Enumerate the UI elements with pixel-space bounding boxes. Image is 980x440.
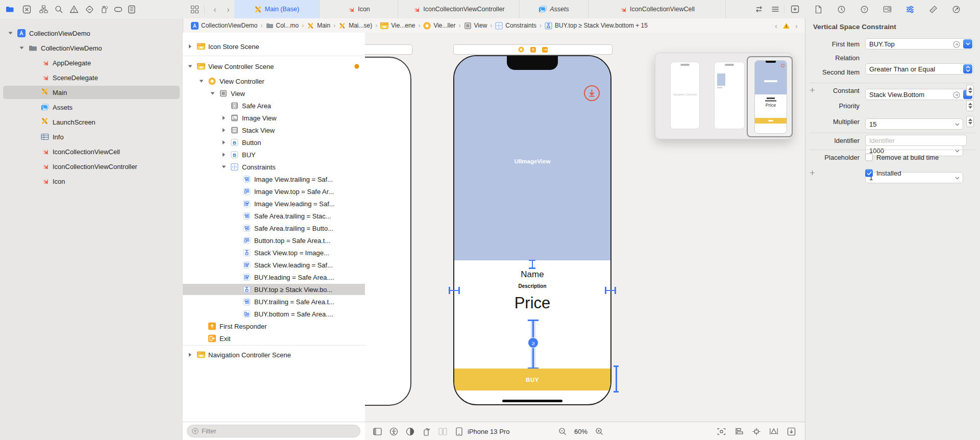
outline-constraint[interactable]: Image View.top = Safe Ar... [183,186,365,197]
dropdown-chevron-icon[interactable] [963,39,972,48]
disclosure-chevron[interactable] [200,80,204,83]
next-issue-icon[interactable]: › [795,22,798,30]
storyboard-canvas[interactable]: UIImageView Name Description Price ≥ BUY [365,33,805,422]
filter-field[interactable]: Filter [187,425,360,437]
first-responder-icon[interactable] [530,47,536,53]
relation-badge[interactable]: ≥ [528,337,538,348]
disclosure-chevron[interactable] [211,92,215,95]
outline-item-image-view[interactable]: Image View [183,112,365,124]
disclosure-chevron[interactable] [9,32,13,35]
outline-item-navigation-controller-scene[interactable]: Navigation Controller Scene [183,349,365,360]
view-controller-icon[interactable] [518,46,524,53]
second-item-combo[interactable]: Stack View.Bottom [865,89,974,100]
minimap-screen-current[interactable]: Price [754,60,787,134]
outline-item-stack-view[interactable]: Stack View [183,125,365,136]
buy-button[interactable]: BUY [454,369,610,390]
identity-inspector-icon[interactable] [883,5,892,14]
tab-assets[interactable]: Assets [520,0,588,18]
tab-iconcollectionviewcontroller[interactable]: IconCollectionViewController [398,0,519,18]
navigator-item-appdelegate[interactable]: AppDelegate [0,56,183,69]
project-navigator-icon[interactable] [5,5,14,14]
accessibility-icon[interactable] [389,427,398,436]
constant-field[interactable]: 15 [865,118,963,130]
relation-popup[interactable]: Greater Than or Equal [865,63,974,75]
navigator-item-assets[interactable]: Assets [0,101,183,114]
disclosure-chevron[interactable] [223,128,225,132]
outline-item-safe-area[interactable]: Safe Area [183,100,365,111]
tab-main-base[interactable]: Main (Base) [234,0,319,18]
disclosure-chevron[interactable] [189,44,191,48]
outline-item-buy[interactable]: B BUY [183,149,365,160]
jumpbar-item-viewcontroller[interactable]: Vie...ller [423,22,455,30]
zoom-out-icon[interactable] [558,427,567,436]
navigator-item-iconcollectionviewcontroller[interactable]: IconCollectionViewController [0,160,183,173]
jump-arrow-icon[interactable] [953,91,960,99]
attributes-inspector-icon[interactable] [905,5,915,14]
split-view-icon[interactable] [438,427,447,436]
zoom-in-icon[interactable] [595,427,604,436]
add-constraints-icon[interactable] [752,427,761,436]
appearance-icon[interactable] [405,427,414,436]
quick-help-inspector-icon[interactable]: ? [860,5,869,14]
priority-stepper[interactable] [966,100,974,111]
scene-minimap[interactable]: Navigation Controller Price [655,53,793,139]
outline-item-view-controller-scene[interactable]: View Controller Scene [183,61,365,72]
outline-constraint[interactable]: BUY.leading = Safe Area.... [183,272,365,283]
outline-item-icon-store-scene[interactable]: Icon Store Scene [183,41,365,52]
debug-navigator-icon[interactable] [100,5,109,14]
navigator-item-project-root[interactable]: CollectionViewDemo [0,27,183,40]
disclosure-chevron[interactable] [223,140,225,144]
description-label[interactable]: Description [454,283,610,289]
navigator-item-scenedelegate[interactable]: SceneDelegate [0,71,183,84]
disclosure-chevron[interactable] [223,153,225,157]
navigator-item-main[interactable]: Main [0,86,183,99]
field-chevron-icon[interactable] [955,177,960,180]
breakpoint-navigator-icon[interactable] [113,5,122,14]
update-frames-icon[interactable] [717,427,726,436]
exit-icon[interactable] [542,47,548,53]
price-label[interactable]: Price [454,294,610,312]
outline-constraint[interactable]: Stack View.leading = Saf... [183,259,365,271]
disclosure-chevron[interactable] [189,353,191,357]
multiplier-stepper[interactable] [966,116,974,127]
navigator-item-info[interactable]: Info [0,130,183,143]
identifier-input[interactable] [865,135,967,146]
outline-item-exit[interactable]: Exit [183,333,365,344]
field-chevron-icon[interactable] [955,123,960,126]
tab-overview-icon[interactable] [190,5,199,14]
outline-constraint[interactable]: Image View.trailing = Saf... [183,174,365,185]
jumpbar-item-folder[interactable]: Col...mo [266,22,299,29]
find-navigator-icon[interactable] [54,5,63,14]
add-editor-icon[interactable] [790,5,799,14]
outline-item-first-responder[interactable]: First Responder [183,321,365,332]
disclosure-chevron[interactable] [222,166,226,168]
installed-checkbox[interactable] [865,169,873,177]
constant-stepper[interactable] [966,85,974,96]
first-item-combo[interactable]: BUY.Top [865,38,974,50]
device-name[interactable]: iPhone 13 Pro [468,428,509,435]
navigator-item-icon[interactable]: Icon [0,175,183,188]
device-preview[interactable]: UIImageView Name Description Price ≥ BUY [453,55,611,405]
popup-chevrons-icon[interactable] [963,64,972,74]
previous-issue-icon[interactable]: ‹ [775,22,777,30]
jumpbar-item-main[interactable]: Main [307,22,330,30]
jumpbar-item-main-base[interactable]: Mai...se) [338,22,372,30]
toggle-outline-icon[interactable] [373,427,382,436]
outline-item-view-controller[interactable]: View Controller [183,76,365,87]
symbol-navigator-icon[interactable] [39,5,48,14]
tab-iconcollectionviewcell[interactable]: IconCollectionViewCell [589,0,725,18]
disclosure-chevron[interactable] [20,47,24,50]
navigator-item-iconcollectionviewcell[interactable]: IconCollectionViewCell [0,145,183,158]
code-review-icon[interactable] [754,5,764,14]
outline-constraint[interactable]: Safe Area.trailing = Stac... [183,210,365,222]
name-label[interactable]: Name [454,270,610,280]
outline-constraint[interactable]: Safe Area.trailing = Butto... [183,223,365,234]
history-inspector-icon[interactable] [837,5,846,14]
size-inspector-icon[interactable] [928,5,938,14]
jumpbar-item-scene[interactable]: Vie...ene [380,22,415,29]
outline-constraint[interactable]: Button.top = Safe Area.t... [183,235,365,246]
issue-navigator-icon[interactable] [69,5,79,14]
source-control-navigator-icon[interactable] [22,5,31,14]
placeholder-checkbox[interactable] [865,154,873,161]
jumpbar-item-project[interactable]: CollectionViewDemo [191,22,258,30]
